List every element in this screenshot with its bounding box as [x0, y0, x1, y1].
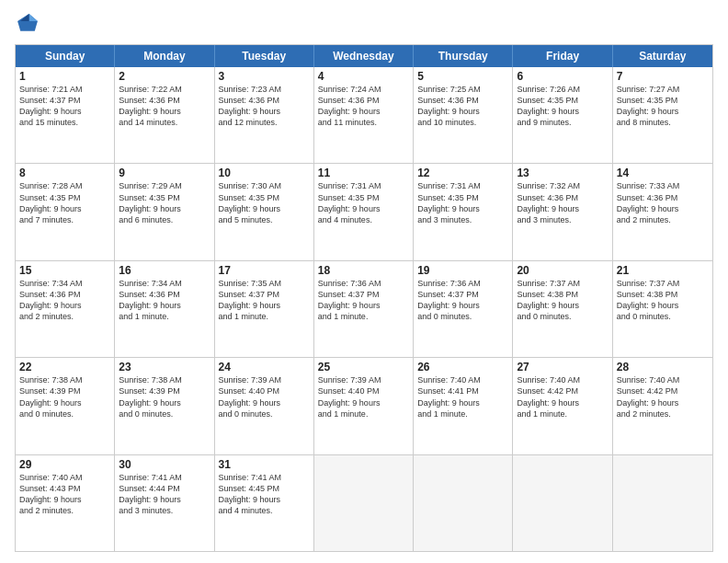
day-cell: [513, 455, 612, 551]
day-cell: 4Sunrise: 7:24 AM Sunset: 4:36 PM Daylig…: [314, 67, 414, 163]
day-info: Sunrise: 7:37 AM Sunset: 4:38 PM Dayligh…: [517, 278, 608, 323]
week-row-0: 1Sunrise: 7:21 AM Sunset: 4:37 PM Daylig…: [16, 67, 712, 163]
day-cell: 18Sunrise: 7:36 AM Sunset: 4:37 PM Dayli…: [314, 261, 414, 357]
day-info: Sunrise: 7:32 AM Sunset: 4:36 PM Dayligh…: [517, 180, 608, 225]
day-cell: 8Sunrise: 7:28 AM Sunset: 4:35 PM Daylig…: [16, 164, 115, 259]
day-number: 7: [617, 70, 709, 83]
day-cell: 22Sunrise: 7:38 AM Sunset: 4:39 PM Dayli…: [16, 358, 115, 454]
day-number: 12: [417, 167, 508, 179]
day-number: 6: [517, 70, 608, 83]
page: SundayMondayTuesdayWednesdayThursdayFrid…: [0, 0, 728, 563]
day-number: 13: [517, 167, 608, 179]
day-info: Sunrise: 7:40 AM Sunset: 4:43 PM Dayligh…: [19, 472, 110, 517]
day-cell: 6Sunrise: 7:26 AM Sunset: 4:35 PM Daylig…: [513, 67, 612, 163]
day-header-tuesday: Tuesday: [215, 45, 314, 67]
header: [15, 11, 713, 37]
day-cell: [314, 455, 414, 551]
day-header-thursday: Thursday: [414, 45, 513, 67]
day-cell: 5Sunrise: 7:25 AM Sunset: 4:36 PM Daylig…: [414, 67, 513, 163]
day-cell: [414, 455, 513, 551]
day-number: 27: [517, 361, 608, 373]
day-number: 30: [119, 458, 210, 471]
day-cell: 29Sunrise: 7:40 AM Sunset: 4:43 PM Dayli…: [16, 455, 115, 551]
day-cell: 9Sunrise: 7:29 AM Sunset: 4:35 PM Daylig…: [115, 164, 214, 259]
day-info: Sunrise: 7:36 AM Sunset: 4:37 PM Dayligh…: [318, 278, 409, 323]
day-number: 24: [219, 361, 310, 373]
day-number: 5: [417, 70, 508, 83]
day-info: Sunrise: 7:30 AM Sunset: 4:35 PM Dayligh…: [219, 180, 310, 225]
day-cell: 26Sunrise: 7:40 AM Sunset: 4:41 PM Dayli…: [414, 358, 513, 454]
day-info: Sunrise: 7:22 AM Sunset: 4:36 PM Dayligh…: [119, 84, 210, 129]
week-row-4: 29Sunrise: 7:40 AM Sunset: 4:43 PM Dayli…: [16, 454, 712, 551]
day-cell: 25Sunrise: 7:39 AM Sunset: 4:40 PM Dayli…: [314, 358, 414, 454]
day-cell: 2Sunrise: 7:22 AM Sunset: 4:36 PM Daylig…: [115, 67, 214, 163]
day-info: Sunrise: 7:40 AM Sunset: 4:41 PM Dayligh…: [417, 374, 508, 419]
day-number: 8: [19, 167, 110, 179]
day-number: 10: [219, 167, 310, 179]
day-number: 26: [417, 361, 508, 373]
day-cell: 11Sunrise: 7:31 AM Sunset: 4:35 PM Dayli…: [314, 164, 414, 259]
calendar: SundayMondayTuesdayWednesdayThursdayFrid…: [15, 44, 713, 552]
day-cell: 16Sunrise: 7:34 AM Sunset: 4:36 PM Dayli…: [115, 261, 214, 357]
day-info: Sunrise: 7:25 AM Sunset: 4:36 PM Dayligh…: [417, 84, 508, 129]
day-info: Sunrise: 7:27 AM Sunset: 4:35 PM Dayligh…: [617, 84, 709, 129]
day-number: 19: [417, 264, 508, 277]
day-number: 11: [318, 167, 409, 179]
day-info: Sunrise: 7:36 AM Sunset: 4:37 PM Dayligh…: [417, 278, 508, 323]
day-number: 21: [617, 264, 709, 277]
day-cell: 15Sunrise: 7:34 AM Sunset: 4:36 PM Dayli…: [16, 261, 115, 357]
day-info: Sunrise: 7:31 AM Sunset: 4:35 PM Dayligh…: [318, 180, 409, 225]
week-row-1: 8Sunrise: 7:28 AM Sunset: 4:35 PM Daylig…: [16, 163, 712, 259]
day-header-monday: Monday: [115, 45, 214, 67]
day-cell: 21Sunrise: 7:37 AM Sunset: 4:38 PM Dayli…: [613, 261, 712, 357]
day-info: Sunrise: 7:33 AM Sunset: 4:36 PM Dayligh…: [617, 180, 709, 225]
day-cell: 7Sunrise: 7:27 AM Sunset: 4:35 PM Daylig…: [613, 67, 712, 163]
day-number: 29: [19, 458, 110, 471]
day-number: 25: [318, 361, 409, 373]
day-info: Sunrise: 7:41 AM Sunset: 4:44 PM Dayligh…: [119, 472, 210, 517]
day-number: 31: [219, 458, 310, 471]
day-number: 18: [318, 264, 409, 277]
day-header-wednesday: Wednesday: [314, 45, 414, 67]
day-info: Sunrise: 7:41 AM Sunset: 4:45 PM Dayligh…: [219, 472, 310, 517]
day-cell: 30Sunrise: 7:41 AM Sunset: 4:44 PM Dayli…: [115, 455, 214, 551]
weeks: 1Sunrise: 7:21 AM Sunset: 4:37 PM Daylig…: [16, 67, 712, 551]
day-info: Sunrise: 7:38 AM Sunset: 4:39 PM Dayligh…: [19, 374, 110, 419]
day-cell: 17Sunrise: 7:35 AM Sunset: 4:37 PM Dayli…: [215, 261, 314, 357]
day-cell: 28Sunrise: 7:40 AM Sunset: 4:42 PM Dayli…: [613, 358, 712, 454]
day-info: Sunrise: 7:34 AM Sunset: 4:36 PM Dayligh…: [119, 278, 210, 323]
day-cell: [613, 455, 712, 551]
day-info: Sunrise: 7:26 AM Sunset: 4:35 PM Dayligh…: [517, 84, 608, 129]
day-number: 14: [617, 167, 709, 179]
day-info: Sunrise: 7:29 AM Sunset: 4:35 PM Dayligh…: [119, 180, 210, 225]
day-info: Sunrise: 7:37 AM Sunset: 4:38 PM Dayligh…: [617, 278, 709, 323]
day-header-friday: Friday: [513, 45, 612, 67]
day-number: 2: [119, 70, 210, 83]
day-cell: 10Sunrise: 7:30 AM Sunset: 4:35 PM Dayli…: [215, 164, 314, 259]
day-info: Sunrise: 7:24 AM Sunset: 4:36 PM Dayligh…: [318, 84, 409, 129]
day-info: Sunrise: 7:38 AM Sunset: 4:39 PM Dayligh…: [119, 374, 210, 419]
svg-marker-1: [29, 14, 38, 21]
day-info: Sunrise: 7:40 AM Sunset: 4:42 PM Dayligh…: [617, 374, 709, 419]
logo-icon: [15, 11, 40, 37]
day-info: Sunrise: 7:39 AM Sunset: 4:40 PM Dayligh…: [219, 374, 310, 419]
day-number: 1: [19, 70, 110, 83]
day-number: 15: [19, 264, 110, 277]
day-cell: 24Sunrise: 7:39 AM Sunset: 4:40 PM Dayli…: [215, 358, 314, 454]
week-row-2: 15Sunrise: 7:34 AM Sunset: 4:36 PM Dayli…: [16, 260, 712, 357]
day-info: Sunrise: 7:40 AM Sunset: 4:42 PM Dayligh…: [517, 374, 608, 419]
day-header-saturday: Saturday: [613, 45, 712, 67]
day-cell: 27Sunrise: 7:40 AM Sunset: 4:42 PM Dayli…: [513, 358, 612, 454]
day-number: 23: [119, 361, 210, 373]
day-info: Sunrise: 7:35 AM Sunset: 4:37 PM Dayligh…: [219, 278, 310, 323]
day-cell: 3Sunrise: 7:23 AM Sunset: 4:36 PM Daylig…: [215, 67, 314, 163]
day-info: Sunrise: 7:34 AM Sunset: 4:36 PM Dayligh…: [19, 278, 110, 323]
day-cell: 1Sunrise: 7:21 AM Sunset: 4:37 PM Daylig…: [16, 67, 115, 163]
day-cell: 31Sunrise: 7:41 AM Sunset: 4:45 PM Dayli…: [215, 455, 314, 551]
day-cell: 12Sunrise: 7:31 AM Sunset: 4:35 PM Dayli…: [414, 164, 513, 259]
day-info: Sunrise: 7:21 AM Sunset: 4:37 PM Dayligh…: [19, 84, 110, 129]
day-number: 9: [119, 167, 210, 179]
day-info: Sunrise: 7:23 AM Sunset: 4:36 PM Dayligh…: [219, 84, 310, 129]
day-cell: 19Sunrise: 7:36 AM Sunset: 4:37 PM Dayli…: [414, 261, 513, 357]
day-cell: 20Sunrise: 7:37 AM Sunset: 4:38 PM Dayli…: [513, 261, 612, 357]
